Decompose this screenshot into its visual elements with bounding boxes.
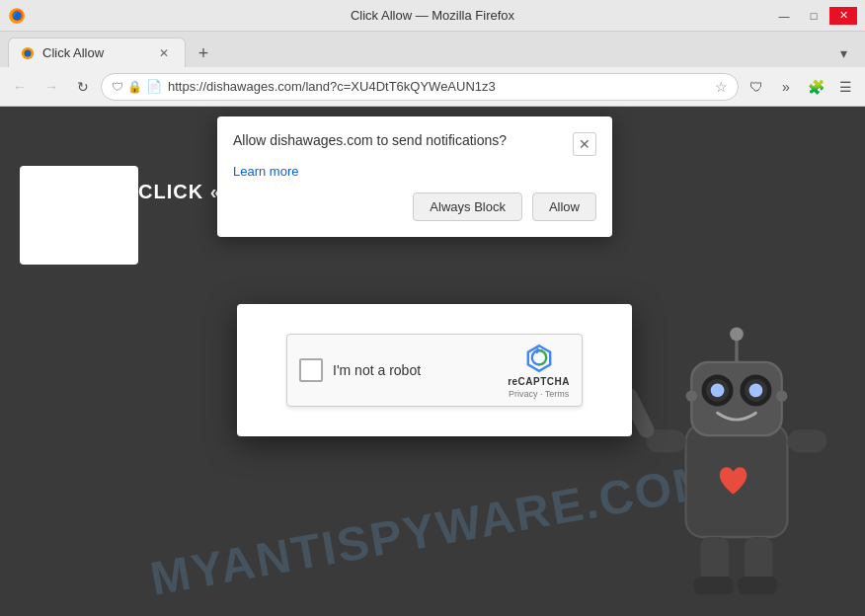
- svg-point-13: [730, 327, 744, 341]
- page-icon: 📄: [146, 79, 162, 94]
- url-display: https://dishawages.com/land?c=XU4DtT6kQY…: [168, 79, 709, 94]
- page-title: Click Allow — Mozilla Firefox: [351, 8, 514, 23]
- close-window-button[interactable]: ✕: [829, 7, 857, 25]
- robot-svg: [608, 300, 865, 616]
- notification-popup-header: Allow dishawages.com to send notificatio…: [233, 132, 596, 156]
- robot-character: [608, 300, 865, 616]
- hamburger-menu-button[interactable]: ☰: [831, 73, 859, 101]
- notification-popup-close-button[interactable]: ✕: [573, 132, 596, 156]
- svg-point-8: [711, 384, 725, 398]
- address-security-icons: 🛡 🔒 📄: [112, 79, 162, 94]
- recaptcha-brand-area: reCAPTCHA Privacy · Terms: [508, 343, 570, 399]
- tab-label: Click Allow: [42, 45, 104, 60]
- notification-popup: Allow dishawages.com to send notificatio…: [217, 116, 612, 237]
- recaptcha-icon: [523, 343, 555, 374]
- recaptcha-links: Privacy · Terms: [509, 389, 569, 399]
- recaptcha-label: I'm not a robot: [333, 362, 498, 378]
- svg-line-16: [629, 396, 646, 429]
- svg-rect-20: [738, 577, 777, 594]
- notification-popup-title: Allow dishawages.com to send notificatio…: [233, 132, 573, 148]
- svg-rect-18: [745, 537, 773, 582]
- minimize-button[interactable]: —: [770, 7, 798, 25]
- page-white-box: [20, 166, 138, 265]
- vpn-button[interactable]: 🛡: [743, 73, 770, 101]
- tab-bar: Click Allow ✕ + ▾: [0, 32, 865, 67]
- browser-window: Click Allow — Mozilla Firefox — □ ✕ Clic…: [0, 0, 865, 616]
- title-bar-left: [8, 7, 26, 25]
- svg-rect-19: [694, 577, 734, 594]
- lock-icon: 🔒: [127, 80, 142, 94]
- bookmark-star-icon[interactable]: ☆: [715, 79, 728, 95]
- notification-popup-buttons: Always Block Allow: [233, 192, 596, 221]
- content-area: CLICK «ALLOW» TO CONFIRM THAT YOU MYANTI…: [0, 107, 865, 616]
- recaptcha-brand-label: reCAPTCHA: [508, 376, 570, 387]
- recaptcha-terms-link[interactable]: Terms: [545, 389, 570, 399]
- tab-close-button[interactable]: ✕: [155, 44, 173, 62]
- address-bar[interactable]: 🛡 🔒 📄 https://dishawages.com/land?c=XU4D…: [101, 73, 739, 101]
- back-button[interactable]: ←: [6, 73, 34, 101]
- svg-rect-17: [700, 537, 729, 582]
- firefox-icon: [8, 7, 26, 25]
- active-tab[interactable]: Click Allow ✕: [8, 38, 186, 67]
- extensions-button[interactable]: 🧩: [802, 73, 829, 101]
- more-tools-button[interactable]: »: [772, 73, 800, 101]
- window-controls: — □ ✕: [770, 7, 857, 25]
- allow-button[interactable]: Allow: [532, 192, 596, 221]
- shield-icon: 🛡: [112, 80, 123, 94]
- forward-button[interactable]: →: [38, 73, 65, 101]
- recaptcha-checkbox[interactable]: [299, 358, 323, 382]
- reload-button[interactable]: ↻: [69, 73, 97, 101]
- svg-point-22: [776, 390, 787, 401]
- svg-rect-15: [787, 429, 826, 452]
- svg-point-11: [749, 384, 763, 398]
- navigation-bar: ← → ↻ 🛡 🔒 📄 https://dishawages.com/land?…: [0, 67, 865, 107]
- learn-more-link[interactable]: Learn more: [233, 164, 596, 179]
- svg-point-21: [686, 390, 697, 401]
- recaptcha-privacy-link[interactable]: Privacy: [509, 389, 538, 399]
- maximize-button[interactable]: □: [800, 7, 827, 25]
- title-bar: Click Allow — Mozilla Firefox — □ ✕: [0, 0, 865, 32]
- always-block-button[interactable]: Always Block: [413, 192, 522, 221]
- new-tab-button[interactable]: +: [190, 39, 217, 67]
- nav-right-buttons: 🛡 » 🧩 ☰: [743, 73, 859, 101]
- tab-list-button[interactable]: ▾: [829, 39, 857, 67]
- recaptcha-modal: I'm not a robot reCAPTCHA Privacy · Term…: [237, 304, 632, 436]
- svg-point-3: [25, 49, 32, 56]
- tab-favicon-icon: [21, 46, 35, 60]
- recaptcha-box[interactable]: I'm not a robot reCAPTCHA Privacy · Term…: [286, 334, 583, 407]
